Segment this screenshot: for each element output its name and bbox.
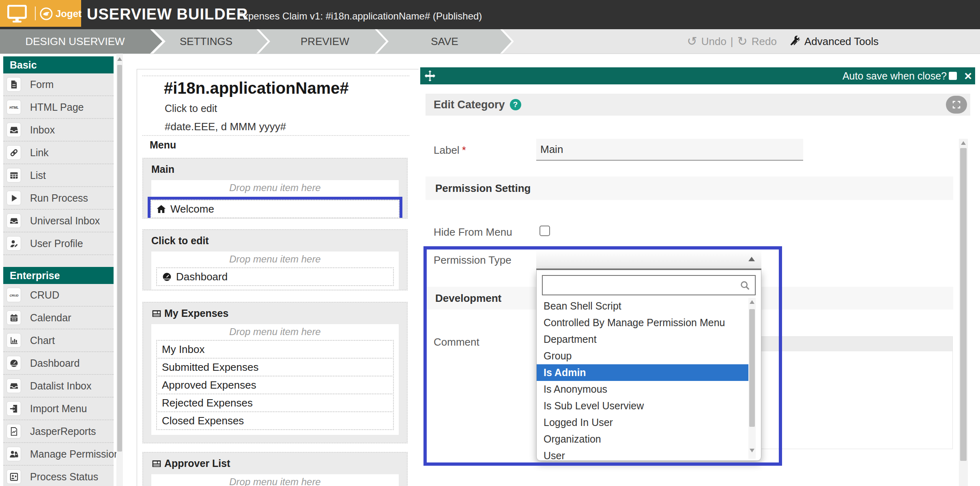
palette-item-inbox[interactable]: Inbox (3, 119, 114, 142)
tab-preview[interactable]: PREVIEW (269, 29, 381, 54)
crud-icon: CRUD (6, 288, 21, 302)
menu-item-rejected-expenses[interactable]: Rejected Expenses (156, 394, 394, 412)
palette-item-label: Form (30, 79, 54, 90)
hide-from-menu-checkbox[interactable] (539, 226, 550, 236)
dialog-header: Edit Category ? (426, 94, 970, 116)
link-icon (6, 145, 21, 160)
category-my-expenses[interactable]: My Expenses Drop menu item here My Inbox… (142, 302, 408, 443)
palette-item-label: Inbox (30, 124, 55, 136)
menu-item-my-inbox[interactable]: My Inbox (156, 340, 394, 359)
category-title[interactable]: Main (151, 163, 407, 175)
palette-section-enterprise: Enterprise (3, 267, 114, 284)
category-title[interactable]: My Expenses (151, 308, 407, 319)
menu-item-label: Closed Expenses (162, 412, 244, 429)
palette-item-form[interactable]: Form (3, 73, 114, 96)
palette-item-user-profile[interactable]: User Profile (3, 232, 114, 255)
option-logged-in-user[interactable]: Logged In User (537, 414, 748, 431)
html-page-icon: HTML (6, 100, 21, 114)
option-bean-shell-script[interactable]: Bean Shell Script (537, 298, 748, 314)
redo-button[interactable]: Redo (752, 35, 777, 48)
builder-tabbar: DESIGN USERVIEW SETTINGS PREVIEW SAVE ↺ … (0, 29, 980, 54)
option-is-admin-selected[interactable]: Is Admin (537, 364, 748, 381)
palette-item-link[interactable]: Link (3, 142, 114, 164)
palette-item-crud[interactable]: CRUD CRUD (3, 284, 114, 307)
category-title[interactable]: Approver List (151, 458, 407, 469)
menu-item-label: Rejected Expenses (162, 394, 253, 411)
svg-text:CRUD: CRUD (9, 293, 19, 297)
menu-item-label: Submitted Expenses (162, 359, 258, 376)
expand-icon[interactable] (946, 96, 967, 114)
advanced-tools-label: Advanced Tools (804, 35, 879, 48)
search-icon (739, 280, 751, 291)
home-icon (156, 204, 166, 214)
palette-item-list[interactable]: List (3, 164, 114, 187)
palette-item-html-page[interactable]: HTML HTML Page (3, 96, 114, 119)
autosave-checkbox[interactable] (949, 72, 957, 80)
palette-item-calendar[interactable]: Calendar (3, 307, 114, 329)
scroll-down-arrow[interactable] (750, 449, 754, 452)
dropdown-scrollbar[interactable] (748, 298, 756, 459)
dialog-title: Edit Category (434, 99, 505, 111)
dialog-titlebar[interactable]: Auto save when close? × (420, 67, 975, 84)
svg-text:HTML: HTML (9, 106, 19, 110)
option-user[interactable]: User (537, 447, 748, 461)
sidebar-scrollbar[interactable] (116, 54, 123, 486)
undo-icon[interactable]: ↺ (687, 35, 697, 47)
help-icon[interactable]: ? (510, 99, 521, 110)
menu-item-closed-expenses[interactable]: Closed Expenses (156, 411, 394, 430)
palette-item-manage-permission[interactable]: Manage Permission (3, 443, 114, 466)
option-controlled-by-manage-permission-menu[interactable]: Controlled By Manage Permission Menu (537, 314, 748, 331)
dialog-scrollbar[interactable] (959, 139, 968, 486)
scroll-up-arrow[interactable] (961, 141, 966, 145)
dropdown-search-input[interactable] (543, 276, 742, 295)
scroll-up-arrow[interactable] (117, 57, 122, 61)
advanced-tools-button[interactable]: Advanced Tools (790, 35, 879, 48)
canvas-divider (142, 135, 409, 136)
undo-button[interactable]: Undo (701, 35, 726, 48)
palette-item-universal-inbox[interactable]: Universal Inbox (3, 210, 114, 232)
move-icon[interactable] (424, 70, 436, 82)
redo-icon[interactable]: ↻ (737, 35, 748, 47)
tab-save[interactable]: SAVE (387, 29, 502, 54)
canvas-edit-hint[interactable]: Click to edit (165, 103, 217, 114)
option-department[interactable]: Department (537, 331, 748, 348)
palette-item-chart[interactable]: Chart (3, 329, 114, 352)
permission-type-select[interactable] (536, 250, 761, 270)
scroll-up-arrow[interactable] (750, 300, 754, 304)
palette-item-jasperreports[interactable]: JasperReports (3, 420, 114, 443)
category-main[interactable]: Main Drop menu item here Welcome (142, 158, 408, 219)
palette-item-import-menu[interactable]: Import Menu (3, 398, 114, 420)
option-group[interactable]: Group (537, 348, 748, 364)
menu-item-dashboard[interactable]: Dashboard (156, 267, 394, 286)
option-is-anonymous[interactable]: Is Anonymous (537, 381, 748, 398)
category-click-to-edit[interactable]: Click to edit Drop menu item here Dashbo… (142, 229, 408, 290)
menu-item-welcome[interactable]: Welcome (150, 200, 400, 218)
palette-item-label: HTML Page (30, 101, 84, 113)
dialog-scrollbar-thumb[interactable] (960, 148, 967, 461)
category-approver-list[interactable]: Approver List Drop menu item here (142, 452, 408, 486)
menu-item-submitted-expenses[interactable]: Submitted Expenses (156, 358, 394, 376)
user-profile-icon (6, 236, 21, 251)
close-icon[interactable]: × (964, 67, 972, 84)
canvas-app-title[interactable]: #i18n.applicationName# (164, 79, 349, 97)
palette-item-label: Import Menu (30, 403, 87, 415)
menu-item-approved-expenses[interactable]: Approved Expenses (156, 376, 394, 394)
option-organization[interactable]: Organization (537, 431, 748, 447)
tab-design-userview[interactable]: DESIGN USERVIEW (0, 29, 150, 54)
jasperreports-icon (6, 424, 21, 439)
canvas-menu-label: Menu (150, 139, 176, 151)
category-title[interactable]: Click to edit (151, 235, 407, 247)
option-is-sub-level-userview[interactable]: Is Sub Level Userview (537, 398, 748, 414)
selected-menu-item-outline: Welcome (148, 197, 402, 219)
palette-item-datalist-inbox[interactable]: Datalist Inbox (3, 375, 114, 398)
palette-item-dashboard[interactable]: Dashboard (3, 352, 114, 375)
palette-section-basic: Basic (3, 56, 114, 73)
tab-settings[interactable]: SETTINGS (150, 29, 262, 54)
palette-item-label: Datalist Inbox (30, 380, 91, 392)
palette-item-run-process[interactable]: Run Process (3, 187, 114, 210)
dropdown-scrollbar-thumb[interactable] (749, 309, 755, 427)
label-field-input[interactable] (536, 139, 803, 161)
menu-item-label: Approved Expenses (162, 376, 256, 394)
sidebar-scrollbar-thumb[interactable] (117, 65, 122, 452)
palette-item-process-status[interactable]: Process Status (3, 466, 114, 486)
